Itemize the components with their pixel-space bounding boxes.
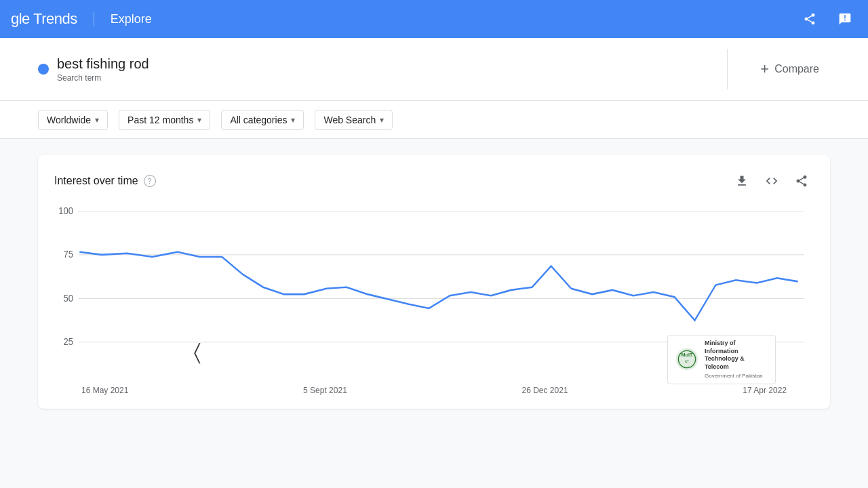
feedback-icon[interactable] [833, 7, 857, 31]
card-actions [730, 169, 814, 193]
ministry-text: Ministry of Information Technology & Tel… [705, 340, 768, 380]
main-content: Interest over time ? [0, 139, 868, 439]
svg-text:MoIT: MoIT [682, 352, 693, 359]
brand-name: gle Trends [11, 10, 77, 28]
svg-text:25: 25 [63, 336, 73, 347]
svg-text:50: 50 [63, 292, 73, 304]
compare-button[interactable]: + Compare [749, 55, 830, 83]
card-title-row: Interest over time ? [54, 175, 156, 187]
ministry-sub: Government of Pakistan [705, 373, 768, 380]
ministry-logo: MoIT &T [675, 347, 699, 371]
search-term-label: Search term [57, 73, 149, 83]
share-icon[interactable] [797, 7, 822, 31]
categories-label: All categories [230, 115, 287, 125]
categories-filter[interactable]: All categories ▾ [221, 110, 304, 130]
x-label-3: 26 Dec 2021 [522, 386, 568, 395]
vertical-divider [727, 49, 728, 89]
header-actions [797, 7, 857, 31]
x-label-2: 5 Sept 2021 [303, 386, 347, 395]
svg-text:100: 100 [58, 205, 73, 216]
ministry-name: Ministry of Information Technology & Tel… [705, 340, 768, 371]
search-term-info: best fishing rod Search term [57, 56, 149, 83]
header: gle Trends Explore [0, 0, 868, 38]
search-type-label: Web Search [323, 115, 376, 125]
worldwide-filter[interactable]: Worldwide ▾ [38, 110, 108, 130]
svg-text:75: 75 [63, 248, 73, 260]
worldwide-chevron-icon: ▾ [95, 115, 99, 125]
search-type-filter[interactable]: Web Search ▾ [315, 110, 393, 130]
x-label-1: 16 May 2021 [81, 386, 128, 395]
time-label: Past 12 months [127, 115, 193, 125]
embed-button[interactable] [760, 169, 784, 193]
time-filter[interactable]: Past 12 months ▾ [119, 110, 210, 130]
search-dot [38, 64, 49, 75]
ministry-badge: MoIT &T Ministry of Information Technolo… [667, 335, 776, 384]
download-button[interactable] [730, 169, 754, 193]
chart-wrapper: 100 75 50 25 〉 16 May 2021 5 Sept 2021 2… [54, 204, 814, 395]
compare-label: Compare [774, 63, 819, 75]
search-type-chevron-icon: ▾ [380, 115, 384, 125]
time-chevron-icon: ▾ [197, 115, 201, 125]
search-term-container: best fishing rod Search term [38, 56, 705, 83]
categories-chevron-icon: ▾ [291, 115, 295, 125]
search-term-text: best fishing rod [57, 56, 149, 72]
compare-plus-icon: + [760, 60, 769, 78]
interest-over-time-card: Interest over time ? [38, 155, 830, 409]
worldwide-label: Worldwide [47, 115, 91, 125]
filters-row: Worldwide ▾ Past 12 months ▾ All categor… [0, 101, 868, 139]
share-chart-button[interactable] [789, 169, 814, 193]
explore-label: Explore [94, 12, 152, 26]
help-icon[interactable]: ? [144, 175, 156, 187]
x-label-4: 17 Apr 2022 [743, 386, 787, 395]
svg-text:&T: &T [685, 361, 689, 364]
search-section: best fishing rod Search term + Compare [0, 38, 868, 101]
card-header: Interest over time ? [54, 169, 814, 193]
card-title: Interest over time [54, 175, 138, 187]
